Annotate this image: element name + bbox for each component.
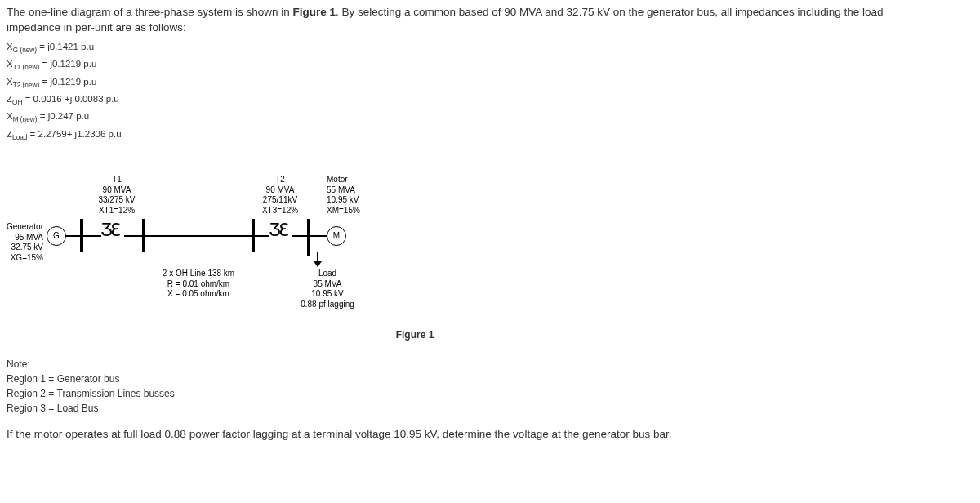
arrow-down-icon xyxy=(314,261,322,267)
note-block: Note: Region 1 = Generator bus Region 2 … xyxy=(7,357,973,416)
oh-line xyxy=(145,235,252,237)
note-r1: Region 1 = Generator bus xyxy=(7,373,119,385)
problem-intro: The one-line diagram of a three-phase sy… xyxy=(7,5,973,36)
figure-caption: Figure 1 xyxy=(219,328,611,342)
note-r2: Region 2 = Transmission Lines busses xyxy=(7,388,175,399)
intro-text-b: . By selecting a common based of 90 MVA … xyxy=(336,6,884,18)
pu-xt2: XT2 (new) = j0.1219 p.u xyxy=(7,74,973,91)
wire xyxy=(292,235,307,237)
t1-label: T1 90 MVA 33/275 kV XT1=12% xyxy=(84,175,149,216)
intro-text-c: impedance in per-unit are as follows: xyxy=(7,21,186,33)
wire xyxy=(83,235,101,237)
t2-label: T2 90 MVA 275/11kV XT3=12% xyxy=(252,175,309,216)
pu-zload: ZLoad = 2.2759+ j1.2306 p.u xyxy=(7,127,973,144)
motor-icon: M xyxy=(327,226,346,246)
load-label: Load 35 MVA 10.95 kV 0.88 pf lagging xyxy=(291,269,364,309)
per-unit-list: XG (new) = j0.1421 p.u XT1 (new) = j0.12… xyxy=(7,39,973,144)
ohl-label: 2 x OH Line 138 km R = 0.01 ohm/km X = 0… xyxy=(149,269,247,300)
motor-label: Motor 55 MVA 10.95 kV XM=15% xyxy=(327,175,384,216)
note-r3: Region 3 = Load Bus xyxy=(7,403,98,414)
pu-xm: XM (new) = j0.247 p.u xyxy=(7,109,973,126)
transformer-t2-icon: ƷԐ xyxy=(270,225,288,238)
pu-zoh: ZOH = 0.0016 +j 0.0083 p.u xyxy=(7,91,973,109)
transformer-t1-icon: ƷԐ xyxy=(101,225,120,238)
intro-text-a: The one-line diagram of a three-phase sy… xyxy=(7,6,292,18)
generator-icon: G xyxy=(47,226,66,246)
intro-fig-ref: Figure 1 xyxy=(292,6,336,18)
pu-xg: XG (new) = j0.1421 p.u xyxy=(7,39,973,56)
note-title: Note: xyxy=(7,358,30,370)
question-text: If the motor operates at full load 0.88 … xyxy=(7,427,973,443)
bus-4 xyxy=(307,219,310,256)
wire xyxy=(124,235,142,237)
figure-1: Generator 95 MVA 32.75 kV XG=15% G T1 90… xyxy=(7,158,973,342)
pu-xt1: XT1 (new) = j0.1219 p.u xyxy=(7,56,973,73)
wire xyxy=(255,235,270,237)
wire xyxy=(310,235,327,237)
wire xyxy=(65,235,80,237)
gen-label: Generator 95 MVA 32.75 kV XG=15% xyxy=(0,222,43,263)
